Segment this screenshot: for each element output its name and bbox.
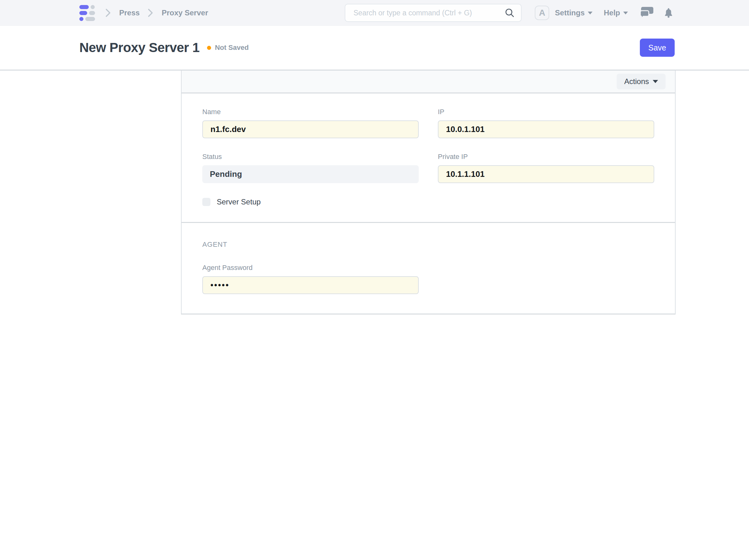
breadcrumb: Press Proxy Server — [105, 0, 208, 26]
status-value: Pending — [202, 165, 419, 183]
server-setup-checkbox[interactable] — [202, 198, 211, 206]
search-input[interactable] — [354, 9, 505, 17]
name-input[interactable] — [202, 121, 419, 138]
server-setup-label: Server Setup — [217, 197, 261, 206]
ip-label: IP — [438, 108, 654, 116]
avatar-letter: A — [539, 8, 545, 18]
actions-dropdown-button[interactable]: Actions — [617, 74, 666, 89]
agent-password-label: Agent Password — [202, 264, 419, 272]
unsaved-dot-icon — [207, 46, 211, 50]
bell-icon[interactable] — [664, 8, 673, 18]
save-status-indicator: Not Saved — [207, 44, 249, 52]
agent-section-heading: AGENT — [202, 240, 654, 249]
field-server-setup: Server Setup — [202, 197, 419, 206]
status-label: Status — [202, 153, 419, 161]
form-toolbar: Actions — [181, 70, 675, 93]
field-status: Status Pending — [202, 153, 419, 183]
settings-menu[interactable]: Settings — [555, 8, 593, 17]
field-name: Name — [202, 108, 419, 138]
settings-label: Settings — [555, 8, 585, 17]
chevron-down-icon — [653, 80, 658, 83]
field-agent-password: Agent Password — [202, 264, 419, 294]
chevron-right-icon — [148, 8, 153, 18]
private-ip-input[interactable] — [438, 165, 654, 183]
help-label: Help — [604, 8, 620, 17]
page-head: New Proxy Server 1 Not Saved Save — [0, 26, 749, 70]
navbar: Press Proxy Server A Settings Help — [0, 0, 749, 26]
form-section-main: Name Status Pending Server Setup IP — [181, 93, 675, 222]
page-title: New Proxy Server 1 — [79, 40, 199, 55]
agent-password-input[interactable] — [202, 276, 419, 294]
form-column-1: Name Status Pending Server Setup — [202, 108, 419, 206]
field-private-ip: Private IP — [438, 153, 654, 183]
avatar[interactable]: A — [535, 6, 549, 20]
breadcrumb-item-proxy-server[interactable]: Proxy Server — [162, 8, 208, 17]
chevron-right-icon — [105, 8, 111, 18]
chevron-down-icon — [623, 12, 628, 15]
unsaved-label: Not Saved — [215, 44, 249, 52]
global-search — [345, 4, 521, 22]
help-menu[interactable]: Help — [604, 8, 628, 17]
name-label: Name — [202, 108, 419, 116]
form-card: Actions Name Status Pending Server Setu — [181, 70, 676, 315]
app-logo-icon[interactable] — [79, 5, 95, 21]
form-column-2: IP Private IP — [438, 108, 654, 206]
actions-label: Actions — [624, 77, 649, 86]
save-button[interactable]: Save — [640, 39, 675, 57]
private-ip-label: Private IP — [438, 153, 654, 161]
chat-icon[interactable] — [640, 6, 654, 19]
breadcrumb-item-press[interactable]: Press — [119, 8, 140, 17]
field-ip: IP — [438, 108, 654, 138]
search-icon — [505, 8, 515, 18]
chevron-down-icon — [588, 12, 593, 15]
ip-input[interactable] — [438, 121, 654, 138]
navbar-right: A Settings Help — [535, 0, 673, 26]
form-section-agent: AGENT Agent Password — [181, 223, 675, 314]
